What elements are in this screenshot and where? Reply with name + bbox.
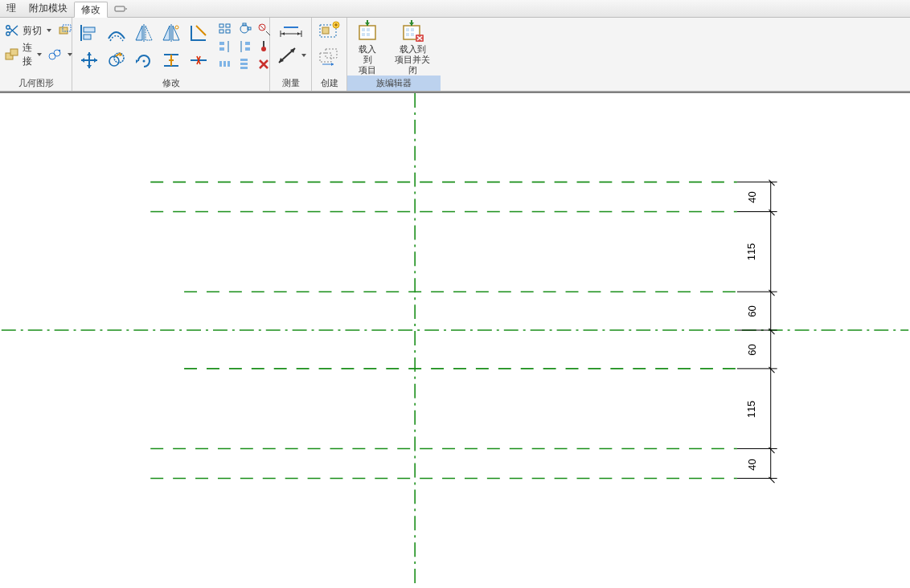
panel-family-editor: 载入到项目 载入到项目并关闭 族编辑器 [347, 18, 441, 91]
drawing-svg [0, 93, 910, 588]
cut-label: 剪切 [23, 24, 42, 38]
svg-rect-18 [219, 30, 223, 33]
svg-rect-48 [406, 33, 409, 36]
svg-rect-19 [226, 30, 230, 33]
panel-measure: 测量 [270, 18, 312, 91]
svg-rect-26 [245, 42, 250, 45]
scissors-icon [5, 24, 19, 37]
svg-rect-3 [59, 27, 68, 34]
svg-rect-17 [226, 24, 230, 27]
svg-point-28 [261, 47, 266, 51]
svg-point-12 [175, 26, 178, 29]
dim-tick [769, 476, 775, 483]
svg-rect-38 [320, 53, 331, 62]
load-project-icon [355, 18, 379, 43]
panel-modify-title: 修改 [72, 76, 269, 91]
svg-rect-34 [240, 67, 248, 69]
tab-manage[interactable]: 理 [0, 1, 23, 17]
align-tool[interactable] [77, 21, 101, 45]
svg-rect-6 [10, 49, 18, 55]
svg-point-2 [6, 32, 10, 35]
move-tool[interactable] [77, 48, 101, 72]
dim-115-upper[interactable]: 115 [745, 243, 757, 261]
modify-tool-grid [77, 21, 211, 72]
join-aux-icon[interactable] [48, 48, 63, 61]
svg-rect-49 [411, 33, 414, 36]
svg-rect-25 [219, 47, 224, 51]
tab-strip: 理 附加模块 修改 [0, 0, 910, 18]
array-rect-tool[interactable] [217, 21, 235, 37]
copy-tool[interactable] [105, 48, 129, 72]
drawing-layer [0, 93, 910, 588]
drawing-canvas[interactable]: 40 115 60 60 115 40 [0, 92, 910, 588]
load-b-l2: 项目并关闭 [395, 55, 430, 75]
panel-geometry: 剪切 连接 几何图形 [0, 18, 72, 91]
svg-rect-47 [411, 28, 414, 31]
panel-create: 创建 [312, 18, 347, 91]
load-into-project-button[interactable]: 载入到项目 [352, 18, 383, 76]
svg-rect-24 [219, 42, 224, 45]
svg-rect-36 [322, 27, 329, 34]
svg-rect-46 [406, 28, 409, 31]
cut-tool[interactable]: 剪切 [5, 21, 72, 40]
mirror-draw-tool[interactable] [159, 21, 183, 45]
offset-tool[interactable] [105, 21, 129, 45]
svg-rect-31 [228, 61, 230, 67]
panel-family-title: 族编辑器 [347, 76, 441, 91]
dim-tick [769, 209, 775, 215]
svg-rect-11 [84, 35, 91, 39]
trim-single-tool[interactable] [159, 48, 183, 72]
split-tool[interactable] [187, 48, 211, 72]
dim-60-upper[interactable]: 60 [746, 305, 758, 316]
svg-rect-40 [359, 26, 375, 39]
load-into-project-close-button[interactable]: 载入到项目并关闭 [389, 18, 436, 76]
svg-point-15 [143, 60, 146, 63]
aligned-dim-tool[interactable] [277, 21, 305, 42]
load-project-close-icon [400, 18, 424, 43]
measure-tool[interactable] [276, 45, 306, 66]
panel-modify: 修改 [72, 18, 270, 91]
align-left-tool[interactable] [217, 39, 235, 55]
join-icon [5, 48, 19, 61]
svg-rect-30 [223, 61, 226, 67]
create-group-tool[interactable] [318, 21, 342, 43]
join-tool[interactable]: 连接 [5, 45, 72, 64]
chevron-down-icon [37, 53, 42, 56]
dim-tick [769, 289, 775, 296]
dim-40-top[interactable]: 40 [746, 191, 758, 202]
dim-tick [769, 179, 775, 186]
dim-60-lower[interactable]: 60 [746, 344, 758, 355]
svg-rect-0 [115, 6, 125, 11]
tab-overflow[interactable] [108, 1, 125, 17]
svg-rect-33 [240, 63, 248, 65]
mirror-pick-tool[interactable] [132, 21, 156, 45]
trim-extend-tool[interactable] [187, 21, 211, 45]
svg-rect-41 [362, 28, 365, 31]
svg-point-7 [49, 53, 55, 59]
svg-rect-42 [367, 28, 370, 31]
create-similar-tool[interactable] [318, 47, 342, 69]
svg-rect-29 [219, 61, 222, 67]
tab-addins[interactable]: 附加模块 [23, 1, 74, 17]
rotate-tool[interactable] [132, 48, 156, 72]
load-a-l1: 载入到 [359, 44, 376, 64]
dim-115-lower[interactable]: 115 [745, 401, 757, 419]
svg-rect-32 [240, 59, 248, 61]
distribute-v-tool[interactable] [236, 56, 254, 72]
dim-tick [769, 328, 775, 334]
panel-geometry-title: 几何图形 [0, 76, 72, 91]
svg-point-9 [59, 50, 60, 51]
dim-40-bottom[interactable]: 40 [746, 459, 758, 470]
svg-rect-27 [245, 47, 250, 51]
svg-rect-44 [367, 33, 370, 36]
dim-tick [769, 447, 775, 453]
modify-small-grid [217, 21, 273, 72]
array-polar-tool[interactable] [236, 21, 254, 37]
cut-aux-icon[interactable] [58, 24, 72, 37]
dim-tick [769, 366, 775, 373]
align-right-tool[interactable] [236, 39, 254, 55]
tab-modify[interactable]: 修改 [74, 2, 108, 18]
distribute-h-tool[interactable] [217, 56, 235, 72]
join-label: 连接 [23, 41, 32, 68]
panel-measure-title: 测量 [270, 76, 311, 91]
